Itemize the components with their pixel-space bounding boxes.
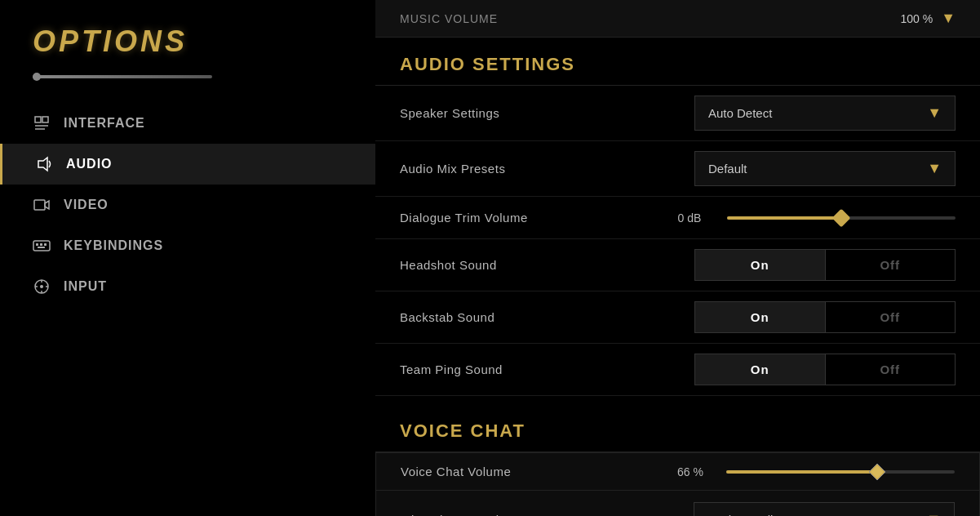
speaker-settings-label: Speaker Settings xyxy=(400,106,694,120)
voice-chat-volume-row: Voice Chat Volume 66 % xyxy=(375,452,980,491)
keybindings-icon xyxy=(33,237,51,255)
sidebar-label-audio: Audio xyxy=(66,157,113,171)
decorative-slider xyxy=(33,75,212,78)
svg-rect-1 xyxy=(42,117,48,122)
backstab-sound-row: Backstab Sound On Off xyxy=(375,291,980,344)
backstab-sound-on-button[interactable]: On xyxy=(695,302,826,332)
microphone-settings-control[interactable]: Push To Talk ▼ xyxy=(694,502,955,516)
audio-mix-presets-chevron: ▼ xyxy=(927,160,942,177)
microphone-settings-chevron: ▼ xyxy=(926,511,941,516)
svg-rect-0 xyxy=(35,117,41,122)
svg-rect-5 xyxy=(34,200,45,210)
input-icon xyxy=(33,278,51,296)
voice-chat-volume-thumb[interactable] xyxy=(867,462,887,482)
sidebar-label-interface: Interface xyxy=(64,116,145,131)
team-ping-sound-on-button[interactable]: On xyxy=(695,354,826,385)
backstab-sound-off-button[interactable]: Off xyxy=(826,302,956,332)
dialogue-trim-volume-label: Dialogue Trim Volume xyxy=(400,211,678,225)
dialogue-trim-volume-fill xyxy=(727,216,841,220)
speaker-settings-value: Auto Detect xyxy=(708,106,772,120)
microphone-settings-row: Microphone Settings Push To Talk ▼ xyxy=(375,491,980,516)
music-volume-control: 100 % ▼ xyxy=(900,10,956,27)
dialogue-trim-volume-slider-container: 0 dB xyxy=(678,211,956,225)
team-ping-sound-row: Team Ping Sound On Off xyxy=(375,344,980,396)
sidebar-label-input: Input xyxy=(64,279,107,294)
headshot-sound-label: Headshot Sound xyxy=(400,258,694,272)
interface-icon xyxy=(33,114,51,132)
voice-chat-volume-value: 66 % xyxy=(677,465,718,478)
audio-mix-presets-value: Default xyxy=(708,162,747,176)
speaker-settings-control[interactable]: Auto Detect ▼ xyxy=(694,96,956,131)
sidebar: OPTIONS Interface Audio xyxy=(0,0,375,516)
sidebar-item-keybindings[interactable]: Keybindings xyxy=(0,225,375,266)
dialogue-trim-volume-thumb[interactable] xyxy=(831,208,850,227)
audio-settings-heading: Audio Settings xyxy=(375,38,980,86)
audio-mix-presets-control[interactable]: Default ▼ xyxy=(694,151,956,186)
speaker-settings-chevron: ▼ xyxy=(927,105,942,122)
voice-chat-heading: Voice Chat xyxy=(375,404,980,452)
voice-chat-volume-label: Voice Chat Volume xyxy=(401,465,677,478)
svg-rect-10 xyxy=(44,243,47,246)
svg-point-13 xyxy=(40,285,43,288)
headshot-sound-on-button[interactable]: On xyxy=(695,250,826,280)
svg-rect-11 xyxy=(38,247,45,248)
audio-mix-presets-row: Audio Mix Presets Default ▼ xyxy=(375,141,980,197)
video-icon xyxy=(33,196,51,214)
sidebar-item-audio[interactable]: Audio xyxy=(0,144,375,185)
sidebar-item-video[interactable]: Video xyxy=(0,185,375,225)
sidebar-item-input[interactable]: Input xyxy=(0,266,375,307)
dialogue-trim-volume-value: 0 dB xyxy=(678,211,719,225)
team-ping-sound-toggle: On Off xyxy=(694,354,956,385)
svg-marker-4 xyxy=(38,158,47,171)
audio-icon xyxy=(35,155,53,173)
svg-marker-19 xyxy=(871,465,884,478)
speaker-settings-row: Speaker Settings Auto Detect ▼ xyxy=(375,86,980,141)
dialogue-trim-volume-row: Dialogue Trim Volume 0 dB xyxy=(375,197,980,239)
sidebar-label-video: Video xyxy=(64,198,109,212)
voice-chat-volume-fill xyxy=(726,470,877,474)
svg-rect-8 xyxy=(36,243,38,246)
backstab-sound-toggle: On Off xyxy=(694,301,956,333)
svg-rect-9 xyxy=(40,243,42,246)
main-content: Music Volume 100 % ▼ Audio Settings Spea… xyxy=(375,0,980,516)
speaker-settings-dropdown[interactable]: Auto Detect ▼ xyxy=(694,96,956,131)
voice-chat-volume-slider-container: 66 % xyxy=(677,465,955,478)
microphone-settings-label: Microphone Settings xyxy=(401,513,694,516)
microphone-settings-value: Push To Talk xyxy=(707,513,777,516)
microphone-settings-dropdown[interactable]: Push To Talk ▼ xyxy=(694,502,955,516)
headshot-sound-off-button[interactable]: Off xyxy=(826,250,956,280)
sidebar-item-interface[interactable]: Interface xyxy=(0,103,375,144)
music-volume-chevron[interactable]: ▼ xyxy=(941,10,956,27)
audio-mix-presets-label: Audio Mix Presets xyxy=(400,162,694,176)
team-ping-sound-off-button[interactable]: Off xyxy=(826,354,956,385)
audio-mix-presets-dropdown[interactable]: Default ▼ xyxy=(694,151,956,186)
voice-chat-volume-track[interactable] xyxy=(726,470,955,474)
music-volume-label: Music Volume xyxy=(400,12,498,25)
music-volume-value: 100 % xyxy=(900,12,933,25)
headshot-sound-row: Headshot Sound On Off xyxy=(375,239,980,291)
sidebar-label-keybindings: Keybindings xyxy=(64,238,163,253)
top-bar: Music Volume 100 % ▼ xyxy=(375,0,980,38)
app-logo: OPTIONS xyxy=(0,16,375,75)
dialogue-trim-volume-track[interactable] xyxy=(727,216,956,220)
team-ping-sound-label: Team Ping Sound xyxy=(400,363,694,376)
backstab-sound-label: Backstab Sound xyxy=(400,310,694,324)
headshot-sound-toggle: On Off xyxy=(694,249,956,281)
